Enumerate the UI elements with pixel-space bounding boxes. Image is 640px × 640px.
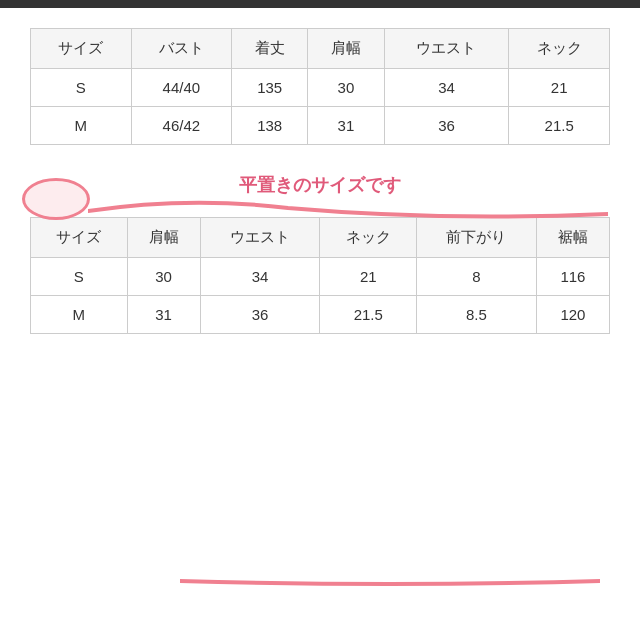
table2-m-hem: 120 <box>536 296 609 334</box>
table1-header-shoulder: 肩幅 <box>308 29 384 69</box>
table1-header-neck: ネック <box>509 29 610 69</box>
table1-m-bust: 46/42 <box>131 107 232 145</box>
flat-size-label: 平置きのサイズです <box>30 155 610 217</box>
table2-section: サイズ 肩幅 ウエスト ネック 前下がり 裾幅 S 30 34 21 8 116 <box>30 217 610 334</box>
size-table-1: サイズ バスト 着丈 肩幅 ウエスト ネック S 44/40 135 30 34… <box>30 28 610 145</box>
table2-header-row: サイズ 肩幅 ウエスト ネック 前下がり 裾幅 <box>31 218 610 258</box>
size-table-2: サイズ 肩幅 ウエスト ネック 前下がり 裾幅 S 30 34 21 8 116 <box>30 217 610 334</box>
table1-s-size: S <box>31 69 132 107</box>
table2-header-neck: ネック <box>320 218 417 258</box>
table1-section: サイズ バスト 着丈 肩幅 ウエスト ネック S 44/40 135 30 34… <box>30 28 610 145</box>
pink-underline-bottom-annotation <box>180 575 600 587</box>
table1-m-size: M <box>31 107 132 145</box>
table1-m-shoulder: 31 <box>308 107 384 145</box>
table1-header-size: サイズ <box>31 29 132 69</box>
table1-m-waist: 36 <box>384 107 509 145</box>
table2-m-shoulder: 31 <box>127 296 200 334</box>
table1-s-neck: 21 <box>509 69 610 107</box>
table1-header-length: 着丈 <box>232 29 308 69</box>
table1-s-shoulder: 30 <box>308 69 384 107</box>
table1-row-s: S 44/40 135 30 34 21 <box>31 69 610 107</box>
table1-s-waist: 34 <box>384 69 509 107</box>
table2-m-size: M <box>31 296 128 334</box>
table1-header-bust: バスト <box>131 29 232 69</box>
table1-m-length: 138 <box>232 107 308 145</box>
table2-s-waist: 34 <box>200 258 320 296</box>
table1-header-waist: ウエスト <box>384 29 509 69</box>
table2-header-hem: 裾幅 <box>536 218 609 258</box>
table2-header-front-drop: 前下がり <box>416 218 536 258</box>
table2-m-neck: 21.5 <box>320 296 417 334</box>
table2-s-size: S <box>31 258 128 296</box>
table1-row-m: M 46/42 138 31 36 21.5 <box>31 107 610 145</box>
page-container: サイズ バスト 着丈 肩幅 ウエスト ネック S 44/40 135 30 34… <box>0 0 640 640</box>
table1-header-row: サイズ バスト 着丈 肩幅 ウエスト ネック <box>31 29 610 69</box>
table2-m-front-drop: 8.5 <box>416 296 536 334</box>
table2-row-m: M 31 36 21.5 8.5 120 <box>31 296 610 334</box>
table2-s-front-drop: 8 <box>416 258 536 296</box>
table2-row-s: S 30 34 21 8 116 <box>31 258 610 296</box>
table1-s-length: 135 <box>232 69 308 107</box>
table2-s-neck: 21 <box>320 258 417 296</box>
table2-header-waist: ウエスト <box>200 218 320 258</box>
table2-s-hem: 116 <box>536 258 609 296</box>
table2-m-waist: 36 <box>200 296 320 334</box>
table1-m-neck: 21.5 <box>509 107 610 145</box>
top-bar <box>0 0 640 8</box>
table1-s-bust: 44/40 <box>131 69 232 107</box>
table2-s-shoulder: 30 <box>127 258 200 296</box>
table2-header-shoulder: 肩幅 <box>127 218 200 258</box>
table2-header-size: サイズ <box>31 218 128 258</box>
